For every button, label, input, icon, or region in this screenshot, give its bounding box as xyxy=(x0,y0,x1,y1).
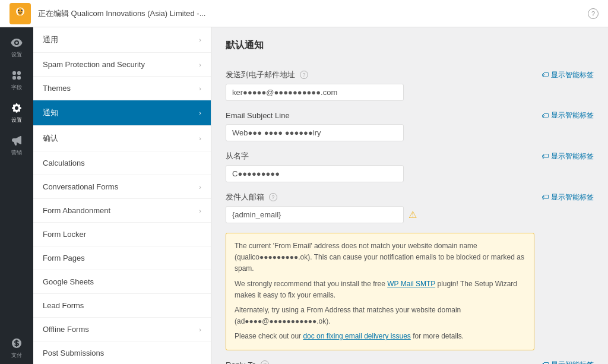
nav-label-form-abandonment: Form Abandonment xyxy=(43,206,199,215)
sidebar-label-payments: 支付 xyxy=(11,352,22,359)
tag-icon-reply-to: 🏷 xyxy=(542,360,549,364)
smart-tag-label-send-to: 显示智能标签 xyxy=(551,70,594,80)
main-layout: 设置 字段 设置 营销 支付 通用 › Spam Protection and … xyxy=(0,27,608,364)
nav-item-form-abandonment[interactable]: Form Abandonment › xyxy=(33,199,211,223)
from-email-input-row: ⚠ xyxy=(226,206,594,223)
nav-item-offline-forms[interactable]: Offline Forms › xyxy=(33,318,211,341)
nav-item-spam-protection[interactable]: Spam Protection and Security › xyxy=(33,53,211,77)
label-send-to: 发送到电子邮件地址 xyxy=(226,69,295,80)
form-label-row-send-to: 发送到电子邮件地址 ? 🏷 显示智能标签 xyxy=(226,69,594,80)
smart-tag-link-reply-to[interactable]: 🏷 显示智能标签 xyxy=(542,360,594,365)
nav-item-form-locker[interactable]: Form Locker xyxy=(33,223,211,246)
sidebar-label-settings-general: 设置 xyxy=(11,51,22,59)
sidebar-item-settings-general[interactable]: 设置 xyxy=(0,32,33,62)
warning-line3: Alternately, try using a From Address th… xyxy=(235,305,525,327)
nav-label-form-pages: Form Pages xyxy=(43,254,201,262)
hint-icon-send-to[interactable]: ? xyxy=(300,71,308,79)
smart-tag-link-send-to[interactable]: 🏷 显示智能标签 xyxy=(542,70,594,80)
nav-arrow-general: › xyxy=(199,36,201,43)
nav-item-lead-forms[interactable]: Lead Forms xyxy=(33,294,211,318)
sidebar-item-fields[interactable]: 字段 xyxy=(0,65,33,95)
sidebar-item-marketing[interactable]: 营销 xyxy=(0,130,33,160)
warning-line2-prefix: We strongly recommend that you install t… xyxy=(235,280,387,288)
form-group-send-to: 发送到电子邮件地址 ? 🏷 显示智能标签 xyxy=(226,69,594,101)
form-group-from-email: 发件人邮箱 ? 🏷 显示智能标签 ⚠ xyxy=(226,192,594,223)
input-send-to[interactable] xyxy=(226,84,404,101)
nav-item-general[interactable]: 通用 › xyxy=(33,27,211,53)
nav-arrow-notifications: › xyxy=(199,109,201,116)
nav-label-google-sheets: Google Sheets xyxy=(43,277,201,286)
nav-item-confirmations[interactable]: 确认 › xyxy=(33,126,211,151)
smart-tag-link-from-name[interactable]: 🏷 显示智能标签 xyxy=(542,151,594,162)
wp-mail-smtp-link[interactable]: WP Mail SMTP xyxy=(387,280,435,288)
nav-item-notifications[interactable]: 通知 › xyxy=(33,100,211,126)
label-email-subject: Email Subject Line xyxy=(226,111,290,120)
app-logo xyxy=(10,3,31,24)
nav-item-conversational-forms[interactable]: Conversational Forms › xyxy=(33,175,211,199)
nav-label-conversational-forms: Conversational Forms xyxy=(43,182,199,191)
from-email-warning-icon: ⚠ xyxy=(408,209,417,220)
sidebar-item-payments[interactable]: 支付 xyxy=(0,333,33,364)
smart-tag-label-reply-to: 显示智能标签 xyxy=(551,360,594,365)
top-bar-right: ? xyxy=(588,8,598,19)
nav-label-general: 通用 xyxy=(43,34,199,45)
warning-line1: The current 'From Email' address does no… xyxy=(235,240,525,275)
nav-arrow-offline-forms: › xyxy=(199,326,201,333)
email-delivery-link[interactable]: doc on fixing email delivery issues xyxy=(303,332,410,340)
nav-label-lead-forms: Lead Forms xyxy=(43,301,201,310)
svg-point-1 xyxy=(18,8,23,15)
nav-item-themes[interactable]: Themes › xyxy=(33,77,211,100)
hint-icon-reply-to[interactable]: ? xyxy=(261,360,269,364)
label-from-email: 发件人邮箱 xyxy=(226,192,264,202)
hint-icon-from-email[interactable]: ? xyxy=(269,193,277,201)
nav-item-calculations[interactable]: Calculations xyxy=(33,151,211,175)
warning-line4-prefix: Please check out our xyxy=(235,332,303,340)
nav-label-spam-protection: Spam Protection and Security xyxy=(43,60,199,69)
form-label-row-email-subject: Email Subject Line 🏷 显示智能标签 xyxy=(226,110,594,121)
svg-point-3 xyxy=(21,10,23,11)
icon-sidebar: 设置 字段 设置 营销 支付 xyxy=(0,27,33,364)
nav-label-themes: Themes xyxy=(43,84,199,93)
warning-line4: Please check out our doc on fixing email… xyxy=(235,331,525,342)
nav-label-form-locker: Form Locker xyxy=(43,230,201,239)
form-group-reply-to: Reply-To ? 🏷 显示智能标签 xyxy=(226,360,594,365)
nav-label-offline-forms: Offline Forms xyxy=(43,325,199,334)
warning-line2: We strongly recommend that you install t… xyxy=(235,278,525,301)
nav-sidebar: 通用 › Spam Protection and Security › Them… xyxy=(33,27,211,364)
label-from-name: 从名字 xyxy=(226,151,249,162)
nav-item-google-sheets[interactable]: Google Sheets xyxy=(33,270,211,294)
form-group-email-subject: Email Subject Line 🏷 显示智能标签 xyxy=(226,110,594,141)
section-title: 默认通知 xyxy=(226,39,594,58)
sidebar-label-fields: 字段 xyxy=(11,84,22,91)
tag-icon-from-name: 🏷 xyxy=(542,152,549,160)
smart-tag-link-from-email[interactable]: 🏷 显示智能标签 xyxy=(542,192,594,202)
svg-point-2 xyxy=(18,10,20,11)
form-label-row-from-name: 从名字 🏷 显示智能标签 xyxy=(226,151,594,162)
sidebar-item-settings-active[interactable]: 设置 xyxy=(0,97,33,128)
form-label-row-reply-to: Reply-To ? 🏷 显示智能标签 xyxy=(226,360,594,365)
tag-icon-email-subject: 🏷 xyxy=(542,112,549,120)
nav-item-form-pages[interactable]: Form Pages xyxy=(33,246,211,270)
nav-item-post-submissions[interactable]: Post Submissions xyxy=(33,341,211,364)
sidebar-label-settings-active: 设置 xyxy=(11,116,22,124)
nav-arrow-spam-protection: › xyxy=(199,61,201,68)
help-icon[interactable]: ? xyxy=(588,8,598,19)
input-from-email[interactable] xyxy=(226,206,404,223)
smart-tag-link-email-subject[interactable]: 🏷 显示智能标签 xyxy=(542,110,594,121)
nav-arrow-form-abandonment: › xyxy=(199,207,201,214)
form-group-from-name: 从名字 🏷 显示智能标签 xyxy=(226,151,594,182)
main-content: 默认通知 发送到电子邮件地址 ? 🏷 显示智能标签 Email Subject … xyxy=(211,27,608,364)
smart-tag-label-from-email: 显示智能标签 xyxy=(551,192,594,202)
top-bar: 正在编辑 Qualicom Innovations (Asia) Limited… xyxy=(0,0,608,27)
warning-line4-suffix: for more details. xyxy=(411,332,464,340)
tag-icon-send-to: 🏷 xyxy=(542,71,549,79)
sidebar-label-marketing: 营销 xyxy=(11,149,22,157)
input-email-subject[interactable] xyxy=(226,124,404,141)
label-reply-to: Reply-To xyxy=(226,360,256,365)
nav-arrow-themes: › xyxy=(199,85,201,92)
input-from-name[interactable] xyxy=(226,165,404,182)
form-label-row-from-email: 发件人邮箱 ? 🏷 显示智能标签 xyxy=(226,192,594,202)
nav-arrow-conversational-forms: › xyxy=(199,183,201,191)
warning-box: The current 'From Email' address does no… xyxy=(226,233,534,350)
nav-label-notifications: 通知 xyxy=(43,107,199,118)
